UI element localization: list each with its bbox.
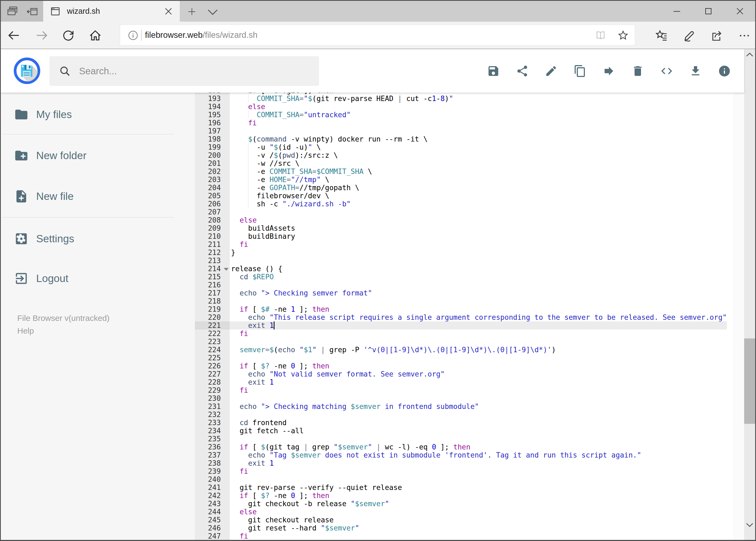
gutter-line-number[interactable]: 223 bbox=[195, 337, 230, 346]
book-icon[interactable] bbox=[595, 30, 606, 41]
set-tabs-aside-icon[interactable] bbox=[27, 6, 39, 17]
code-editor[interactable]: 1921931941951961971981992002012022032042… bbox=[195, 93, 734, 540]
new-tab-icon[interactable] bbox=[187, 7, 197, 16]
code-line[interactable]: echo "> Checking semver format" bbox=[231, 289, 727, 297]
gutter-line-number[interactable]: 195 bbox=[195, 111, 230, 119]
code-line[interactable]: echo "> Checking matching $semver in fro… bbox=[231, 402, 727, 410]
gutter-line-number[interactable]: 209 bbox=[195, 224, 230, 232]
code-line[interactable] bbox=[231, 127, 727, 135]
code-line[interactable]: } bbox=[231, 249, 727, 257]
page-scrollbar[interactable] bbox=[744, 49, 755, 540]
fold-widget-icon[interactable] bbox=[224, 268, 229, 270]
code-line[interactable]: git rev-parse --verify --quiet release bbox=[231, 483, 727, 492]
gutter-line-number[interactable]: 211 bbox=[195, 241, 230, 249]
forward-icon[interactable] bbox=[35, 29, 49, 42]
gutter-line-number[interactable]: 227 bbox=[195, 370, 230, 378]
gutter-line-number[interactable]: 194 bbox=[195, 103, 230, 111]
code-line[interactable]: release () { bbox=[231, 265, 727, 273]
gutter-line-number[interactable]: 235 bbox=[195, 435, 230, 443]
gutter-line-number[interactable]: 226 bbox=[195, 362, 230, 370]
tab-preview-icon[interactable] bbox=[7, 6, 19, 17]
gutter-line-number[interactable]: 232 bbox=[195, 410, 230, 419]
gutter-line-number[interactable]: 234 bbox=[195, 427, 230, 435]
gutter-line-number[interactable]: 240 bbox=[195, 475, 230, 483]
tab-wizard-sh[interactable]: wizard.sh bbox=[43, 1, 180, 22]
code-line[interactable]: -e COMMIT_SHA=$COMMIT_SHA \ bbox=[231, 168, 727, 176]
code-line[interactable]: echo "This release script requires a sin… bbox=[231, 313, 727, 321]
gutter-line-number[interactable]: 224 bbox=[195, 346, 230, 354]
share-icon[interactable] bbox=[710, 29, 723, 42]
gutter-line-number[interactable]: 213 bbox=[195, 257, 230, 265]
code-line[interactable]: buildAssets bbox=[231, 224, 727, 232]
gutter-line-number[interactable]: 242 bbox=[195, 492, 230, 500]
sidebar-item-new-file[interactable]: New file bbox=[1, 182, 195, 211]
gutter-line-number[interactable]: 244 bbox=[195, 508, 230, 516]
gutter-line-number[interactable]: 198 bbox=[195, 135, 230, 143]
code-line[interactable]: if [ $? -ne 0 ]; then bbox=[231, 362, 727, 370]
gutter-line-number[interactable]: 228 bbox=[195, 378, 230, 386]
gutter-line-number[interactable]: 241 bbox=[195, 483, 230, 492]
save-button[interactable] bbox=[487, 65, 500, 78]
gutter-line-number[interactable]: 208 bbox=[195, 216, 230, 224]
code-line[interactable]: cd frontend bbox=[231, 419, 727, 427]
code-line[interactable]: filebrowser/dev \ bbox=[231, 192, 727, 200]
gutter-line-number[interactable]: 220 bbox=[195, 313, 230, 321]
code-line[interactable]: else bbox=[231, 103, 727, 111]
code-line[interactable]: $(command -v winpty) docker run --rm -it… bbox=[231, 135, 727, 143]
search-input[interactable]: Search... bbox=[49, 56, 319, 86]
gutter-line-number[interactable]: 217 bbox=[195, 289, 230, 297]
code-line[interactable]: fi bbox=[231, 467, 727, 475]
code-line[interactable]: else bbox=[231, 216, 727, 224]
back-icon[interactable] bbox=[7, 29, 21, 42]
code-line[interactable] bbox=[231, 394, 727, 402]
code-line[interactable] bbox=[231, 354, 727, 362]
code-line[interactable] bbox=[231, 410, 727, 419]
code-line[interactable]: if [ -d .git ]; then bbox=[231, 93, 727, 95]
filebrowser-logo[interactable] bbox=[13, 57, 41, 85]
info-circle-icon[interactable] bbox=[127, 30, 138, 41]
code-line[interactable]: exit 1 bbox=[231, 459, 727, 467]
code-line[interactable]: git checkout release bbox=[231, 516, 727, 524]
minimize-icon[interactable] bbox=[672, 7, 681, 16]
gutter-line-number[interactable]: 215 bbox=[195, 273, 230, 281]
code-line[interactable]: git checkout -b release "$semver" bbox=[231, 500, 727, 508]
gutter-line-number[interactable]: 245 bbox=[195, 516, 230, 524]
gutter-line-number[interactable]: 225 bbox=[195, 354, 230, 362]
code-line[interactable]: buildBinary bbox=[231, 232, 727, 241]
star-icon[interactable] bbox=[617, 29, 629, 41]
gutter-line-number[interactable]: 243 bbox=[195, 500, 230, 508]
code-line[interactable] bbox=[231, 281, 727, 289]
sidebar-item-new-folder[interactable]: New folder bbox=[1, 142, 195, 170]
refresh-icon[interactable] bbox=[62, 29, 75, 42]
code-line[interactable]: if [ $? -ne 0 ]; then bbox=[231, 492, 727, 500]
code-line[interactable] bbox=[231, 337, 727, 346]
scrollbar-thumb[interactable] bbox=[744, 338, 755, 424]
url-text[interactable]: filebrowser.web/files/wizard.sh bbox=[145, 25, 257, 45]
gutter-line-number[interactable]: 196 bbox=[195, 119, 230, 127]
gutter-line-number[interactable]: 193 bbox=[195, 95, 230, 103]
gutter-line-number[interactable]: 210 bbox=[195, 232, 230, 241]
code-line[interactable]: echo "Tag $semver does not exist in subm… bbox=[231, 451, 727, 459]
gutter-line-number[interactable]: 201 bbox=[195, 159, 230, 168]
code-line[interactable]: fi bbox=[231, 329, 727, 337]
code-line[interactable]: fi bbox=[231, 386, 727, 394]
gutter-line-number[interactable]: 199 bbox=[195, 143, 230, 151]
sidebar-item-logout[interactable]: Logout bbox=[1, 265, 195, 292]
code-line[interactable]: -u "$(id -u)" \ bbox=[231, 143, 727, 151]
gutter-line-number[interactable]: 214 bbox=[195, 265, 230, 273]
more-dots-icon[interactable] bbox=[738, 29, 751, 42]
rename-button[interactable] bbox=[545, 65, 558, 78]
sidebar-item-settings[interactable]: Settings bbox=[1, 225, 195, 253]
code-line[interactable]: sh -c "./wizard.sh -b" bbox=[231, 200, 727, 208]
code-line[interactable]: git reset --hard "$semver" bbox=[231, 524, 727, 532]
home-icon[interactable] bbox=[89, 29, 102, 42]
gutter-line-number[interactable]: 236 bbox=[195, 443, 230, 451]
tab-list-chevron-icon[interactable] bbox=[207, 8, 218, 16]
code-line[interactable]: -e GOPATH=//tmp/gopath \ bbox=[231, 184, 727, 192]
maximize-icon[interactable] bbox=[704, 7, 713, 16]
code-line[interactable]: if [ $# -ne 1 ]; then bbox=[231, 305, 727, 313]
gutter-line-number[interactable]: 222 bbox=[195, 329, 230, 337]
close-icon[interactable] bbox=[735, 7, 744, 16]
help-link[interactable]: Help bbox=[17, 326, 34, 335]
chevron-down-icon[interactable] bbox=[744, 519, 755, 530]
